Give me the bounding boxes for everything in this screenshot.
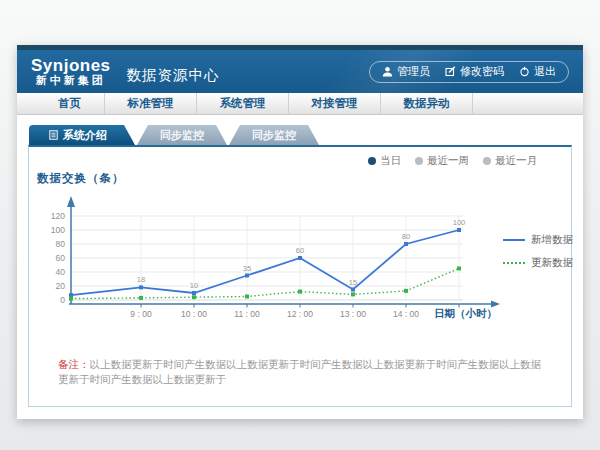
svg-text:60: 60 bbox=[296, 246, 304, 255]
footer-note: 备注：以上数据更新于时间产生数据以上数据更新于时间产生数据以上数据更新于时间产生… bbox=[58, 357, 551, 386]
tab-sync-monitor-1[interactable]: 同步监控 bbox=[137, 125, 227, 145]
svg-text:80: 80 bbox=[56, 239, 66, 249]
svg-text:18: 18 bbox=[137, 275, 145, 284]
power-icon bbox=[519, 66, 530, 77]
svg-text:40: 40 bbox=[56, 267, 66, 277]
edit-icon bbox=[445, 66, 456, 77]
note-text: 以上数据更新于时间产生数据以上数据更新于时间产生数据以上数据更新于时间产生数据以… bbox=[58, 358, 541, 385]
radio-dot bbox=[415, 157, 423, 165]
logout-label: 退出 bbox=[534, 64, 556, 79]
svg-text:日期（小时）: 日期（小时） bbox=[434, 307, 497, 320]
document-icon bbox=[49, 130, 58, 140]
green-dotted-sample-icon bbox=[503, 262, 525, 264]
tab-label: 系统介绍 bbox=[63, 128, 107, 143]
radio-label: 当日 bbox=[380, 154, 401, 168]
user-label: 管理员 bbox=[397, 64, 430, 79]
nav-item-interface-mgmt[interactable]: 对接管理 bbox=[289, 93, 381, 114]
svg-text:100: 100 bbox=[51, 225, 65, 235]
radio-today[interactable]: 当日 bbox=[368, 154, 401, 168]
user-icon bbox=[382, 66, 393, 77]
logo-text-en: Synjones bbox=[31, 57, 111, 75]
change-password-label: 修改密码 bbox=[460, 64, 504, 79]
time-range-filter: 当日 最近一周 最近一月 bbox=[368, 154, 537, 168]
content-area: 系统介绍 同步监控 同步监控 当日 最近一周 bbox=[17, 115, 583, 419]
user-toolbar: 管理员 修改密码 退出 bbox=[369, 61, 569, 83]
company-logo: Synjones 新中新集团 bbox=[31, 57, 111, 86]
radio-last-month[interactable]: 最近一月 bbox=[483, 154, 537, 168]
svg-text:35: 35 bbox=[243, 264, 251, 273]
line-chart: 0204060801001209 : 0010 : 0011 : 0012 : … bbox=[29, 170, 529, 332]
page-title: 数据资源中心 bbox=[127, 66, 220, 85]
note-prefix: 备注： bbox=[58, 358, 90, 370]
nav-item-data-change[interactable]: 数据异动 bbox=[381, 93, 473, 114]
blue-line-sample-icon bbox=[503, 239, 525, 241]
tab-system-intro[interactable]: 系统介绍 bbox=[29, 125, 135, 145]
user-menu-button[interactable]: 管理员 bbox=[382, 64, 430, 79]
svg-text:11 : 00: 11 : 00 bbox=[234, 309, 260, 319]
radio-label: 最近一月 bbox=[495, 154, 537, 168]
nav-item-standard-mgmt[interactable]: 标准管理 bbox=[105, 93, 197, 114]
logo-text-cn: 新中新集团 bbox=[31, 75, 111, 87]
svg-text:20: 20 bbox=[56, 281, 66, 291]
radio-label: 最近一周 bbox=[427, 154, 469, 168]
nav-item-home[interactable]: 首页 bbox=[35, 93, 105, 114]
logout-button[interactable]: 退出 bbox=[519, 64, 556, 79]
svg-text:10: 10 bbox=[190, 281, 198, 290]
legend-label: 新增数据 bbox=[531, 233, 573, 247]
legend-item-new-data[interactable]: 新增数据 bbox=[503, 233, 573, 247]
nav-item-system-mgmt[interactable]: 系统管理 bbox=[197, 93, 289, 114]
svg-text:0: 0 bbox=[60, 295, 65, 305]
svg-text:12 : 00: 12 : 00 bbox=[287, 309, 313, 319]
main-window: Synjones 新中新集团 数据资源中心 管理员 修改密码 bbox=[17, 45, 583, 419]
radio-last-week[interactable]: 最近一周 bbox=[415, 154, 469, 168]
svg-text:60: 60 bbox=[56, 253, 66, 263]
legend-label: 更新数据 bbox=[531, 256, 573, 270]
svg-text:10 : 00: 10 : 00 bbox=[181, 309, 207, 319]
app-header: Synjones 新中新集团 数据资源中心 管理员 修改密码 bbox=[17, 50, 583, 93]
radio-dot-selected bbox=[368, 157, 376, 165]
tab-sync-monitor-2[interactable]: 同步监控 bbox=[229, 125, 319, 145]
radio-dot bbox=[483, 157, 491, 165]
chart-panel: 当日 最近一周 最近一月 数据交换（条） 0204060801001209 : … bbox=[28, 145, 572, 407]
tab-label: 同步监控 bbox=[252, 128, 296, 143]
main-nav: 首页 标准管理 系统管理 对接管理 数据异动 bbox=[17, 93, 583, 115]
line-chart-svg: 0204060801001209 : 0010 : 0011 : 0012 : … bbox=[29, 170, 529, 332]
svg-text:15: 15 bbox=[349, 278, 357, 287]
tabs-bar: 系统介绍 同步监控 同步监控 bbox=[29, 125, 572, 145]
svg-text:14 : 00: 14 : 00 bbox=[393, 309, 419, 319]
svg-text:80: 80 bbox=[402, 232, 410, 241]
svg-text:13 : 00: 13 : 00 bbox=[340, 309, 366, 319]
tab-label: 同步监控 bbox=[160, 128, 204, 143]
legend-item-updated-data[interactable]: 更新数据 bbox=[503, 256, 573, 270]
svg-text:9 : 00: 9 : 00 bbox=[130, 309, 152, 319]
svg-text:100: 100 bbox=[453, 218, 466, 227]
change-password-button[interactable]: 修改密码 bbox=[445, 64, 504, 79]
chart-legend: 新增数据 更新数据 bbox=[503, 233, 573, 270]
svg-text:120: 120 bbox=[51, 211, 65, 221]
